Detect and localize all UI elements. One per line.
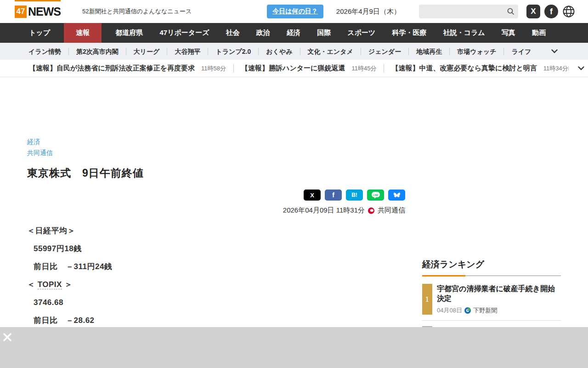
bluesky-butterfly-icon — [393, 192, 401, 198]
sub-nav-item-life[interactable]: ライフ — [503, 48, 538, 55]
main-content: 経済共同通信 東京株式 9日午前終値 X f B! LINE 2026年04月0… — [27, 77, 561, 357]
globe-icon[interactable] — [562, 5, 575, 18]
ticker-item[interactable]: 【速報】中道、改憲必要なら真摯に検討と明言11時34分 — [384, 64, 568, 73]
ranking-item-source: 下野新聞 — [473, 306, 497, 315]
site-logo[interactable]: 47 NEWS — [15, 0, 61, 23]
sub-nav-item-iran[interactable]: イラン情勢 — [21, 48, 68, 55]
nav-item-seiji[interactable]: 政治 — [254, 23, 273, 43]
sidebar: 経済ランキング 1宇都宮の清掃業者に破産手続き開始決定04月08日下野新聞2那須… — [422, 77, 561, 357]
article-body-line: ＜日経平均＞ — [27, 226, 405, 236]
site-tagline: 52新聞社と共同通信のよんななニュース — [82, 7, 192, 16]
ranking-item[interactable]: 1宇都宮の清掃業者に破産手続き開始決定04月08日下野新聞 — [422, 284, 561, 321]
bottom-ad-banner — [0, 327, 588, 368]
x-twitter-icon[interactable]: X — [526, 5, 540, 18]
header-date: 2026年4月9日（木） — [336, 7, 401, 16]
today-topic-label: 今日は何の日？ — [272, 7, 318, 15]
sub-nav-item-chiiki-saisei[interactable]: 地域再生 — [408, 48, 449, 55]
header-social-icons: X f — [526, 5, 575, 18]
rank-badge: 1 — [422, 284, 432, 315]
article-column: 経済共同通信 東京株式 9日午前終値 X f B! LINE 2026年04月0… — [27, 77, 405, 357]
today-topic-button[interactable]: 今日は何の日？ — [267, 5, 323, 18]
nav-item-kokusai[interactable]: 国際 — [314, 23, 334, 43]
ranking-divider — [422, 275, 561, 276]
sub-nav-chevron-down-icon[interactable] — [551, 49, 558, 53]
share-x-button[interactable]: X — [304, 190, 321, 201]
x-icon: X — [310, 192, 314, 199]
search-input[interactable] — [419, 5, 507, 18]
share-buttons: X f B! LINE — [27, 190, 405, 201]
logo-news-text: NEWS — [28, 5, 61, 18]
shimotsuke-shimbun-icon — [464, 307, 471, 314]
facebook-icon[interactable]: f — [544, 5, 558, 18]
svg-text:LINE: LINE — [373, 194, 379, 196]
nav-item-keizai[interactable]: 経済 — [284, 23, 303, 43]
share-line-button[interactable]: LINE — [367, 190, 384, 201]
search-box[interactable] — [419, 5, 518, 18]
nav-item-kagaku-iryo[interactable]: 科学・医療 — [389, 23, 429, 43]
ticker-time: 11時58分 — [201, 64, 226, 73]
breaking-news-ticker: 【速報】自民が法務省に刑訴法改正案修正を再度要求11時58分【速報】勝訴ハンター… — [0, 60, 588, 77]
publish-source[interactable]: 共同通信 — [378, 206, 405, 215]
nav-item-47reporters[interactable]: 47リポーターズ — [157, 23, 212, 43]
share-hatena-button[interactable]: B! — [346, 190, 363, 201]
ranking-heading: 経済ランキング — [422, 259, 561, 270]
main-nav: トップ速報都道府県47リポーターズ社会政治経済国際スポーツ科学・医療社説・コラム… — [0, 23, 588, 43]
share-facebook-button[interactable]: f — [325, 190, 342, 201]
publish-info: 2026年04月09日 11時31分 共同通信 — [27, 206, 405, 215]
keyword-link[interactable]: TOPIX — [38, 280, 62, 289]
article-body: ＜日経平均＞55997円18銭前日比 －311円24銭＜ TOPIX ＞3746… — [27, 226, 405, 325]
sub-nav-item-okuyami[interactable]: おくやみ — [258, 48, 300, 55]
ranking-item-title: 宇都宮の清掃業者に破産手続き開始決定 — [437, 284, 561, 303]
nav-item-top[interactable]: トップ — [26, 23, 53, 43]
nav-item-shashin[interactable]: 写真 — [499, 23, 518, 43]
publish-datetime: 2026年04月09日 11時31分 — [283, 206, 365, 215]
article-body-line: ＜ TOPIX ＞ — [27, 280, 405, 289]
sub-nav-item-culture-entertainment[interactable]: 文化・エンタメ — [300, 48, 361, 55]
nav-item-shakai[interactable]: 社会 — [223, 23, 243, 43]
line-icon: LINE — [371, 191, 381, 199]
nav-item-todofuken[interactable]: 都道府県 — [113, 23, 146, 43]
nav-item-sokuho[interactable]: 速報 — [64, 23, 102, 43]
breadcrumb-link-keizai[interactable]: 経済 — [27, 136, 40, 147]
breadcrumb-link-kyodo[interactable]: 共同通信 — [27, 147, 53, 158]
nav-item-shasetsu-column[interactable]: 社説・コラム — [441, 23, 488, 43]
article-body-line: 3746.68 — [27, 298, 405, 307]
sub-nav-item-trump2[interactable]: トランプ2.0 — [208, 48, 258, 55]
sub-nav-item-mlb[interactable]: 大リーグ — [126, 48, 167, 55]
article-body-line: 前日比 －311円24銭 — [27, 262, 405, 271]
sub-nav-item-ohtani[interactable]: 大谷翔平 — [167, 48, 208, 55]
sub-nav-item-market-watch[interactable]: 市場ウォッチ — [449, 48, 503, 55]
ticker-title: 【速報】自民が法務省に刑訴法改正案修正を再度要求 — [29, 64, 195, 73]
kyodo-news-icon — [368, 207, 375, 214]
article-body-line: 前日比 －28.62 — [27, 316, 405, 325]
ticker-item[interactable]: 【速報】自民が法務省に刑訴法改正案修正を再度要求11時58分 — [29, 64, 226, 73]
ad-close-icon[interactable] — [2, 332, 12, 342]
ticker-time: 11時34分 — [543, 64, 568, 73]
ticker-chevron-down-icon[interactable] — [568, 66, 584, 70]
ticker-time: 11時45分 — [351, 64, 376, 73]
hatena-icon: B! — [351, 192, 357, 198]
ticker-title: 【速報】中道、改憲必要なら真摯に検討と明言 — [391, 64, 537, 73]
ticker-title: 【速報】勝訴ハンターに猟銃返還 — [241, 64, 345, 73]
nav-item-sports[interactable]: スポーツ — [345, 23, 378, 43]
sub-nav-item-takaichi-cabinet[interactable]: 第2次高市内閣 — [68, 48, 126, 55]
facebook-f-icon: f — [332, 191, 334, 199]
ranking-item-meta: 04月08日下野新聞 — [437, 306, 561, 315]
site-header: 47 NEWS 52新聞社と共同通信のよんななニュース 今日は何の日？ 2026… — [0, 0, 588, 23]
search-icon[interactable] — [507, 8, 514, 15]
article-body-line: 55997円18銭 — [27, 244, 405, 253]
article-title: 東京株式 9日午前終値 — [27, 166, 405, 180]
share-bluesky-button[interactable] — [388, 190, 405, 201]
breadcrumb: 経済共同通信 — [27, 136, 405, 158]
sub-nav-item-gender[interactable]: ジェンダー — [361, 48, 408, 55]
logo-47-icon: 47 — [15, 6, 27, 18]
sub-nav: イラン情勢第2次高市内閣大リーグ大谷翔平トランプ2.0おくやみ文化・エンタメジェ… — [0, 43, 588, 60]
ranking-item-date: 04月08日 — [437, 306, 462, 315]
nav-item-doga[interactable]: 動画 — [529, 23, 548, 43]
ticker-item[interactable]: 【速報】勝訴ハンターに猟銃返還11時45分 — [233, 64, 376, 73]
